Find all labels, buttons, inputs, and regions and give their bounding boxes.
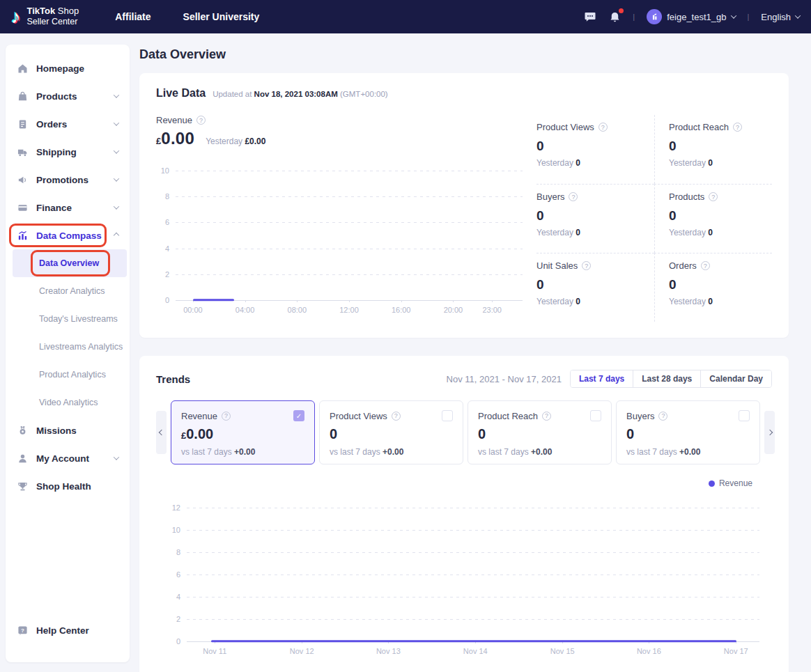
sidebar-item-data-compass[interactable]: Data Compass — [6, 221, 130, 249]
range-calendar-day-button[interactable]: Calendar Day — [700, 370, 771, 387]
range-last-28-days-button[interactable]: Last 28 days — [633, 370, 700, 387]
avatar — [647, 9, 662, 24]
sidebar-subitem-livestreams-analytics[interactable]: Livestreams Analytics — [6, 333, 130, 361]
chevron-down-icon — [114, 203, 119, 209]
megaphone-icon — [17, 174, 28, 185]
live-data-card: Live Data Updated at Nov 18, 2021 03:08A… — [139, 73, 789, 338]
sidebar-subitem-creator-analytics[interactable]: Creator Analytics — [6, 277, 130, 305]
sidebar-item-shop-health[interactable]: Shop Health — [6, 472, 130, 500]
shopping-bag-icon — [17, 91, 28, 102]
sidebar-subitem-label: Product Analytics — [39, 370, 106, 380]
sidebar-item-missions[interactable]: Missions — [6, 416, 130, 444]
trend-card-product-views[interactable]: Product Views ? 0 vs last 7 days +0.00 — [319, 400, 463, 464]
user-menu[interactable]: feige_test1_gb — [647, 9, 735, 24]
revenue-value: 0.00 — [161, 129, 194, 148]
help-bubble-icon: ? — [17, 625, 28, 636]
stat-buyers: Buyers? 0 Yesterday 0 — [536, 184, 654, 253]
sidebar-subitem-data-overview[interactable]: Data Overview — [13, 249, 127, 277]
sidebar-item-promotions[interactable]: Promotions — [6, 166, 130, 194]
orders-document-icon — [17, 118, 28, 130]
sidebar-subitem-todays-livestreams[interactable]: Today's Livestreams — [6, 305, 130, 333]
notification-bell-icon[interactable] — [608, 10, 621, 23]
info-icon[interactable]: ? — [196, 116, 206, 125]
chevron-down-icon — [114, 454, 119, 460]
sidebar-item-homepage[interactable]: Homepage — [6, 54, 130, 82]
divider: | — [633, 13, 635, 21]
chevron-down-icon — [114, 175, 119, 181]
username: feige_test1_gb — [667, 12, 726, 22]
checkbox-unchecked-icon[interactable] — [739, 410, 750, 421]
sidebar-item-help-center[interactable]: ? Help Center — [6, 616, 130, 644]
info-icon[interactable]: ? — [709, 192, 718, 201]
scroll-right-button[interactable] — [764, 411, 775, 454]
language-selector[interactable]: English — [761, 12, 800, 22]
sidebar-item-label: Data Compass — [36, 230, 102, 241]
info-icon[interactable]: ? — [569, 192, 578, 201]
range-last-7-days-button[interactable]: Last 7 days — [571, 370, 633, 387]
sidebar-item-label: Orders — [36, 119, 67, 130]
sidebar-item-label: Shipping — [36, 147, 77, 157]
sidebar-item-orders[interactable]: Orders — [6, 110, 130, 138]
info-icon[interactable]: ? — [598, 123, 608, 132]
sidebar: Homepage Products Orders Shipping Promot… — [6, 45, 130, 662]
checkbox-checked-icon[interactable]: ✓ — [293, 410, 304, 421]
tiktok-shop-logo[interactable]: ♪ TikTok Shop Seller Center — [11, 6, 79, 26]
chevron-up-icon — [114, 233, 119, 238]
stat-orders: Orders? 0 Yesterday 0 — [654, 253, 772, 322]
chevron-down-icon — [114, 120, 119, 125]
date-range-label: Nov 11, 2021 - Nov 17, 2021 — [447, 374, 562, 384]
sidebar-item-products[interactable]: Products — [6, 82, 130, 110]
stat-value: 0 — [536, 208, 654, 224]
trends-title: Trends — [156, 373, 190, 385]
logo-brand: TikTok — [27, 6, 56, 16]
logo-text: TikTok Shop Seller Center — [27, 6, 79, 26]
chevron-down-icon — [795, 13, 801, 18]
svg-text:?: ? — [21, 627, 24, 633]
nav-affiliate[interactable]: Affiliate — [115, 11, 150, 22]
trend-card-product-reach[interactable]: Product Reach ? 0 vs last 7 days +0.00 — [468, 400, 612, 464]
trend-card-revenue[interactable]: Revenue ? ✓ £0.00 vs last 7 days +0.00 — [171, 400, 315, 464]
truck-icon — [17, 146, 28, 157]
sidebar-item-label: My Account — [36, 453, 89, 464]
credit-card-icon — [17, 202, 28, 213]
sidebar-item-label: Products — [36, 91, 77, 102]
trends-card: Trends Nov 11, 2021 - Nov 17, 2021 Last … — [139, 356, 789, 672]
scroll-left-button[interactable] — [156, 411, 167, 454]
sidebar-item-my-account[interactable]: My Account — [6, 444, 130, 472]
topbar: ♪ TikTok Shop Seller Center Affiliate Se… — [0, 0, 811, 33]
sidebar-subitem-label: Creator Analytics — [39, 286, 105, 296]
sidebar-item-label: Shop Health — [36, 481, 91, 492]
trophy-icon — [17, 480, 28, 492]
sidebar-item-finance[interactable]: Finance — [6, 194, 130, 221]
sidebar-subitem-product-analytics[interactable]: Product Analytics — [6, 361, 130, 389]
currency-symbol: £ — [156, 136, 161, 146]
nav-seller-university[interactable]: Seller University — [183, 11, 260, 22]
info-icon[interactable]: ? — [733, 123, 742, 132]
stat-unit-sales: Unit Sales? 0 Yesterday 0 — [536, 253, 654, 322]
revenue-yesterday: Yesterday £0.00 — [206, 136, 265, 146]
chevron-down-icon — [114, 92, 119, 97]
chart-legend: Revenue — [156, 478, 752, 488]
bar-chart-icon — [17, 230, 28, 241]
info-icon[interactable]: ? — [392, 412, 401, 421]
info-icon[interactable]: ? — [222, 412, 231, 421]
checkbox-unchecked-icon[interactable] — [590, 410, 601, 421]
trend-card-buyers[interactable]: Buyers ? 0 vs last 7 days +0.00 — [616, 400, 760, 464]
info-icon[interactable]: ? — [658, 412, 667, 421]
sidebar-item-label: Missions — [36, 425, 77, 436]
chevron-down-icon — [730, 13, 736, 18]
tiktok-logo-icon: ♪ — [11, 8, 21, 26]
stat-value: 0 — [536, 277, 654, 292]
notification-dot — [619, 8, 624, 13]
sidebar-subitem-video-analytics[interactable]: Video Analytics — [6, 389, 130, 416]
live-data-chart: 024681000:0004:0008:0012:0016:0020:0023:… — [176, 171, 523, 300]
stat-value: 0 — [536, 139, 654, 154]
stat-value: 0 — [669, 139, 772, 154]
checkbox-unchecked-icon[interactable] — [442, 410, 453, 421]
sidebar-item-shipping[interactable]: Shipping — [6, 138, 130, 166]
info-icon[interactable]: ? — [582, 261, 591, 270]
info-icon[interactable]: ? — [542, 412, 551, 421]
sidebar-subitem-label: Video Analytics — [39, 398, 98, 407]
info-icon[interactable]: ? — [701, 261, 710, 270]
chat-icon[interactable] — [584, 10, 596, 23]
